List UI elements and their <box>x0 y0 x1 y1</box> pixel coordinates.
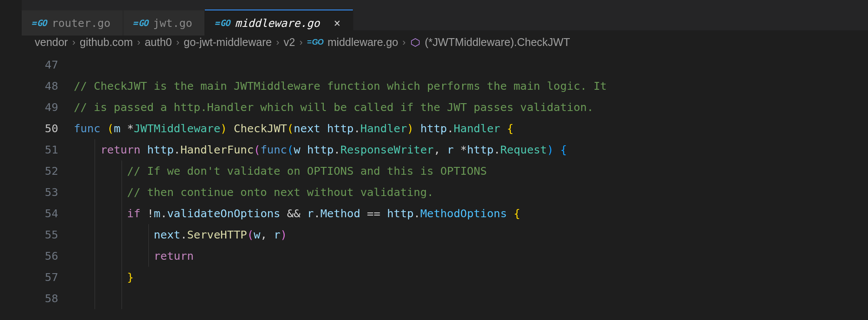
token: . <box>414 207 420 220</box>
go-file-icon: GO <box>214 18 230 28</box>
tab-label: jwt.go <box>153 17 192 29</box>
token: ( <box>254 143 260 156</box>
token <box>227 122 233 135</box>
token: w <box>254 228 260 241</box>
breadcrumb-segment[interactable]: v2 <box>283 36 295 49</box>
code-line[interactable]: func (m *JWTMiddleware) CheckJWT(next ht… <box>74 118 868 139</box>
token: http <box>147 143 174 156</box>
token: w <box>294 143 300 156</box>
line-number[interactable]: 53 <box>22 182 58 203</box>
token <box>141 143 147 156</box>
indent-guide <box>122 245 122 267</box>
token: http <box>387 207 414 220</box>
token: http <box>467 143 493 156</box>
token: http <box>307 143 333 156</box>
code-line[interactable]: // CheckJWT is the main JWTMiddleware fu… <box>74 75 868 97</box>
line-number[interactable]: 57 <box>22 267 58 288</box>
indent-guide <box>122 288 122 309</box>
token <box>414 122 420 135</box>
tab-middleware-go[interactable]: GOmiddleware.go× <box>205 10 353 36</box>
breadcrumb-segment[interactable]: github.com <box>80 36 133 49</box>
indent-guide <box>95 182 95 203</box>
token: ) <box>547 143 553 156</box>
chevron-right-icon: › <box>299 37 302 48</box>
token: ( <box>287 122 293 135</box>
indent-guide <box>122 224 122 245</box>
token: ServeHTTP <box>187 228 247 241</box>
line-number[interactable]: 48 <box>22 75 58 97</box>
token: . <box>354 122 360 135</box>
tab-jwt-go[interactable]: GOjwt.go <box>123 10 205 36</box>
token: func <box>260 143 287 156</box>
token: // If we don't validate on OPTIONS and t… <box>127 164 487 177</box>
code-line[interactable]: return <box>74 245 868 267</box>
line-number[interactable]: 50 <box>22 118 58 139</box>
token: JWTMiddleware <box>134 122 220 135</box>
token <box>554 143 560 156</box>
token: } <box>127 271 134 284</box>
go-file-icon: GO <box>307 38 323 47</box>
token: next <box>294 122 320 135</box>
line-number[interactable]: 56 <box>22 245 58 267</box>
token: , <box>260 228 274 241</box>
line-number[interactable]: 51 <box>22 139 58 160</box>
token: // CheckJWT is the main JWTMiddleware fu… <box>74 79 607 92</box>
line-number[interactable]: 55 <box>22 224 58 245</box>
token: CheckJWT <box>234 122 287 135</box>
breadcrumb-segment[interactable]: (*JWTMiddleware).CheckJWT <box>425 36 570 49</box>
tab-bar: GOrouter.goGOjwt.goGOmiddleware.go× <box>22 0 868 30</box>
line-number-gutter: 474849505152535455565758 <box>22 54 74 309</box>
token: Handler <box>360 122 407 135</box>
breadcrumb-segment[interactable]: go-jwt-middleware <box>184 36 272 49</box>
indent-guide <box>95 267 95 288</box>
indent-guide <box>122 160 122 182</box>
token: HandlerFunc <box>181 143 254 156</box>
code-line[interactable]: if !m.validateOnOptions && r.Method == h… <box>74 203 868 224</box>
token: return <box>100 143 140 156</box>
code-line[interactable]: // then continue onto next without valid… <box>74 182 868 203</box>
code-line[interactable] <box>74 288 868 309</box>
symbol-method-icon <box>410 37 421 48</box>
code-line[interactable] <box>74 54 868 75</box>
code-line[interactable]: return http.HandlerFunc(func(w http.Resp… <box>74 139 868 160</box>
code-line[interactable]: } <box>74 267 868 288</box>
tab-router-go[interactable]: GOrouter.go <box>22 10 123 36</box>
token: . <box>314 207 320 220</box>
editor-root: GOrouter.goGOjwt.goGOmiddleware.go× vend… <box>22 0 868 320</box>
token: http <box>420 122 447 135</box>
breadcrumb-segment[interactable]: auth0 <box>145 36 172 49</box>
token: . <box>334 143 340 156</box>
indent-guide <box>95 245 95 267</box>
indent-guide <box>95 203 95 224</box>
line-number[interactable]: 47 <box>22 54 58 75</box>
token: . <box>181 228 187 241</box>
token: . <box>161 207 167 220</box>
token: return <box>154 249 194 262</box>
close-icon[interactable]: × <box>334 17 341 29</box>
line-number[interactable]: 54 <box>22 203 58 224</box>
code-content[interactable]: // CheckJWT is the main JWTMiddleware fu… <box>74 54 868 309</box>
breadcrumb-segment[interactable]: middleware.go <box>328 36 398 49</box>
token: { <box>507 122 513 135</box>
line-number[interactable]: 52 <box>22 160 58 182</box>
token: ) <box>407 122 414 135</box>
token: ResponseWriter <box>340 143 434 156</box>
line-number[interactable]: 49 <box>22 97 58 118</box>
token: { <box>560 143 567 156</box>
token: func <box>74 122 100 135</box>
token: == <box>360 207 387 220</box>
token: Request <box>500 143 547 156</box>
token: m <box>154 207 160 220</box>
chevron-right-icon: › <box>402 37 405 48</box>
token: . <box>493 143 500 156</box>
token <box>100 122 107 135</box>
chevron-right-icon: › <box>276 37 279 48</box>
go-file-icon: GO <box>133 18 148 28</box>
indent-guide <box>95 139 95 160</box>
code-line[interactable]: // is passed a http.Handler which will b… <box>74 97 868 118</box>
breadcrumb-segment[interactable]: vendor <box>35 36 68 49</box>
line-number[interactable]: 58 <box>22 288 58 309</box>
code-line[interactable]: next.ServeHTTP(w, r) <box>74 224 868 245</box>
code-line[interactable]: // If we don't validate on OPTIONS and t… <box>74 160 868 182</box>
token <box>300 143 307 156</box>
